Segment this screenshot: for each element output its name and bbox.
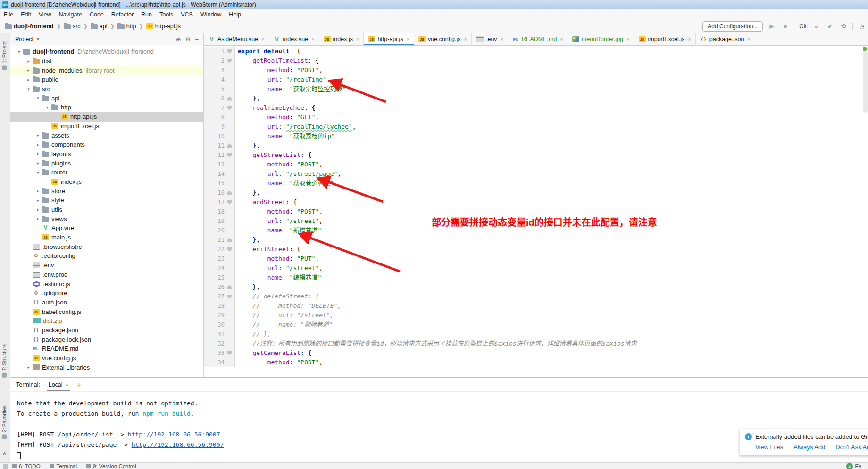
- code-line[interactable]: 15 name: "获取巷道列表": [204, 179, 868, 188]
- close-icon[interactable]: ×: [311, 36, 314, 42]
- statusbar-item-6-todo[interactable]: 6: TODO: [12, 463, 41, 469]
- menu-item-file[interactable]: File: [0, 10, 17, 19]
- tree-item-.eslintrc.js[interactable]: .eslintrc.js: [10, 279, 203, 288]
- editor-tab-index.vue[interactable]: Vindex.vue×: [269, 33, 319, 45]
- breadcrumb-item-http-api.js[interactable]: JShttp-api.js: [146, 23, 181, 30]
- fold-marker-icon[interactable]: [227, 247, 232, 252]
- menu-item-run[interactable]: Run: [137, 10, 156, 19]
- tree-chevron-icon[interactable]: ▾: [34, 96, 42, 100]
- fold-marker-icon[interactable]: [227, 59, 232, 63]
- fold-column[interactable]: [227, 295, 234, 299]
- editor-scrollbar[interactable]: [863, 51, 868, 113]
- fold-column[interactable]: [227, 106, 234, 110]
- tree-item-api[interactable]: ▾api: [10, 93, 203, 103]
- fold-column[interactable]: [227, 191, 234, 195]
- notification-action-always-add[interactable]: Always Add: [793, 444, 825, 451]
- tree-item-layouts[interactable]: ▸layouts: [10, 149, 203, 159]
- project-panel-header[interactable]: Project ▼ ⊕⚙−: [10, 33, 203, 45]
- tree-item-.env.prod[interactable]: .env.prod: [10, 270, 203, 280]
- fold-marker-icon[interactable]: [227, 295, 232, 299]
- notification-action-view-files[interactable]: View Files: [755, 444, 783, 451]
- editor[interactable]: 1export default {2 getRealTimeList: {3 m…: [204, 46, 868, 377]
- fold-marker-icon[interactable]: [227, 191, 232, 195]
- code-line[interactable]: 30 // name: "删除巷道": [204, 320, 868, 329]
- tree-chevron-icon[interactable]: ▸: [34, 151, 42, 156]
- tree-chevron-icon[interactable]: ▸: [34, 142, 42, 147]
- close-icon[interactable]: ×: [688, 36, 691, 42]
- notification-action-don-t-ask-again[interactable]: Don't Ask Again: [835, 444, 868, 451]
- event-log-label[interactable]: Ev: [855, 463, 861, 469]
- tree-item-.browserslistrc[interactable]: .browserslistrc: [10, 242, 203, 251]
- code-line[interactable]: 7 realTimeLychee: {: [204, 103, 868, 113]
- code-line[interactable]: 27 // deleteStreet: {: [204, 292, 868, 301]
- code-line[interactable]: 11 },: [204, 141, 868, 150]
- structure-toolwindow-button[interactable]: 7: Structure: [1, 344, 7, 378]
- tree-chevron-icon[interactable]: ▸: [34, 161, 42, 165]
- star-icon[interactable]: ★: [2, 450, 7, 457]
- tree-chevron-icon[interactable]: ▾: [34, 170, 42, 175]
- commit-icon[interactable]: ✔: [826, 23, 835, 30]
- fold-marker-icon[interactable]: [227, 238, 232, 242]
- code-line[interactable]: 22 editStreet: {: [204, 245, 868, 254]
- tree-chevron-icon[interactable]: ▸: [34, 207, 42, 212]
- statusbar-item-9-version-control[interactable]: 9: Version Control: [86, 463, 136, 469]
- fold-column[interactable]: [227, 238, 234, 242]
- menu-item-navigate[interactable]: Navigate: [55, 10, 86, 19]
- tree-item-store[interactable]: ▸store: [10, 186, 203, 196]
- tree-item-README.md[interactable]: M↓README.md: [10, 344, 203, 354]
- code-line[interactable]: 16 },: [204, 188, 868, 197]
- fold-column[interactable]: [227, 351, 234, 355]
- fold-marker-icon[interactable]: [227, 200, 232, 205]
- breadcrumb-item-http[interactable]: http: [117, 23, 136, 30]
- tree-item-App.vue[interactable]: VApp.vue: [10, 223, 203, 233]
- tree-item-auth.json[interactable]: { }auth.json: [10, 298, 203, 307]
- breadcrumb-item-duoji-frontend[interactable]: duoji-frontend: [5, 23, 54, 30]
- close-icon[interactable]: ×: [560, 36, 563, 42]
- rollback-icon[interactable]: ⟲: [839, 23, 848, 30]
- code-area[interactable]: 1export default {2 getRealTimeList: {3 m…: [204, 46, 868, 367]
- code-line[interactable]: 13 method: "POST",: [204, 160, 868, 169]
- code-line[interactable]: 24 url: "/street",: [204, 263, 868, 273]
- fold-marker-icon[interactable]: [227, 153, 232, 157]
- terminal-link[interactable]: http://192.168.66.56:9007: [132, 441, 224, 448]
- tree-chevron-icon[interactable]: ▸: [25, 77, 33, 82]
- close-icon[interactable]: ×: [407, 36, 409, 42]
- tree-item-plugins[interactable]: ▸plugins: [10, 158, 203, 168]
- code-line[interactable]: 33 getCameraList: {: [204, 348, 868, 358]
- tree-item-router[interactable]: ▾router: [10, 168, 203, 177]
- tree-chevron-icon[interactable]: ▸: [34, 189, 42, 193]
- statusbar-item-terminal[interactable]: Terminal: [50, 463, 77, 469]
- stop-icon[interactable]: ■: [781, 23, 789, 30]
- fold-column[interactable]: [227, 59, 234, 63]
- code-line[interactable]: 8 method: "GET",: [204, 113, 868, 122]
- code-line[interactable]: 4 url: "/realTime",: [204, 75, 868, 84]
- editor-tab-index.js[interactable]: JSindex.js×: [319, 33, 364, 45]
- project-toolwindow-button[interactable]: 1: Project: [1, 41, 7, 70]
- menu-item-code[interactable]: Code: [86, 10, 108, 19]
- fold-column[interactable]: [227, 285, 234, 289]
- code-line[interactable]: 3 method: "POST",: [204, 66, 868, 75]
- tree-item-dist.zip[interactable]: dist.zip: [10, 316, 203, 326]
- tree-item-importExcel.js[interactable]: JSimportExcel.js: [10, 122, 203, 131]
- code-line[interactable]: 2 getRealTimeList: {: [204, 56, 868, 66]
- tree-item-External Libraries[interactable]: ▸External Libraries: [10, 362, 203, 372]
- tree-item-package.json[interactable]: { }package.json: [10, 326, 203, 335]
- new-terminal-button[interactable]: +: [77, 380, 81, 388]
- editor-tab-.env[interactable]: .env×: [472, 33, 508, 45]
- tree-item-package-lock.json[interactable]: { }package-lock.json: [10, 335, 203, 344]
- tree-item-http[interactable]: ▾http: [10, 103, 203, 112]
- tree-item-.editorconfig[interactable]: ⚙.editorconfig: [10, 251, 203, 261]
- tree-item-.env[interactable]: .env: [10, 261, 203, 270]
- code-line[interactable]: 23 method: "PUT",: [204, 254, 868, 263]
- fold-column[interactable]: [227, 97, 234, 101]
- fold-marker-icon[interactable]: [227, 285, 232, 289]
- tree-chevron-icon[interactable]: ▸: [25, 59, 33, 64]
- menu-item-view[interactable]: View: [35, 10, 55, 19]
- close-icon[interactable]: ×: [747, 36, 750, 42]
- tree-item-babel.config.js[interactable]: JSbabel.config.js: [10, 307, 203, 316]
- code-line[interactable]: 29 // url: "/street",: [204, 311, 868, 320]
- menu-item-edit[interactable]: Edit: [17, 10, 35, 19]
- code-line[interactable]: 6 },: [204, 94, 868, 103]
- menu-item-tools[interactable]: Tools: [156, 10, 177, 19]
- history-icon[interactable]: ◷: [858, 23, 866, 30]
